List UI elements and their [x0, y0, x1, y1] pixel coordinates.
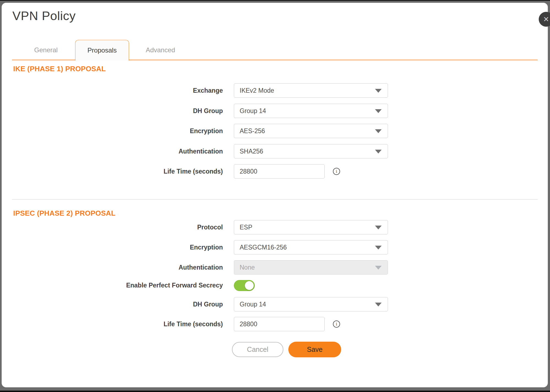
encryption-select-phase1[interactable]: AES-256 — [234, 124, 388, 138]
form-row-dh-group-p2: DH Group Group 14 — [2, 297, 420, 311]
perfect-forward-secrecy-toggle[interactable] — [234, 280, 255, 291]
info-icon[interactable]: i — [333, 168, 340, 175]
info-glyph: i — [336, 322, 337, 326]
select-value: AESGCM16-256 — [240, 244, 287, 251]
exchange-select[interactable]: IKEv2 Mode — [234, 83, 388, 98]
chevron-down-icon — [375, 246, 382, 250]
form-row-encryption-p1: Encryption AES-256 — [2, 124, 420, 138]
dh-group-select-phase1[interactable]: Group 14 — [234, 104, 388, 118]
close-icon: ✕ — [543, 16, 549, 23]
authentication-select-phase1[interactable]: SHA256 — [234, 144, 388, 158]
form-row-exchange: Exchange IKEv2 Mode — [2, 83, 420, 98]
page-title: VPN Policy — [12, 9, 76, 23]
form-row-lifetime-p1: Life Time (seconds) i — [2, 164, 420, 179]
field-label: Authentication — [2, 264, 223, 271]
form-row-authentication-p2: Authentication None — [2, 260, 420, 275]
select-value: SHA256 — [240, 148, 263, 155]
chevron-down-icon — [375, 150, 382, 153]
form-row-lifetime-p2: Life Time (seconds) i — [2, 317, 420, 331]
chevron-down-icon — [375, 266, 382, 270]
life-time-input-phase1[interactable] — [234, 164, 325, 179]
field-label: Encryption — [2, 127, 223, 135]
section-divider — [12, 199, 538, 200]
field-label: Life Time (seconds) — [2, 320, 223, 328]
cancel-button[interactable]: Cancel — [232, 342, 283, 357]
form-row-protocol: Protocol ESP — [2, 220, 420, 234]
tab-label: Proposals — [87, 46, 117, 54]
form-row-encryption-p2: Encryption AESGCM16-256 — [2, 240, 420, 254]
section-heading-ike-phase1: IKE (PHASE 1) PROPOSAL — [13, 65, 106, 73]
field-label: DH Group — [2, 301, 223, 308]
encryption-select-phase2[interactable]: AESGCM16-256 — [234, 240, 388, 254]
chevron-down-icon — [375, 89, 382, 93]
select-value: Group 14 — [240, 301, 266, 308]
info-glyph: i — [336, 169, 337, 173]
field-label: Life Time (seconds) — [2, 168, 223, 175]
field-label: Exchange — [2, 87, 223, 94]
chevron-down-icon — [375, 303, 382, 306]
tab-proposals[interactable]: Proposals — [75, 40, 129, 61]
authentication-select-phase2-disabled: None — [234, 260, 388, 275]
select-value: AES-256 — [240, 127, 265, 135]
select-value: Group 14 — [240, 107, 266, 115]
field-label: Authentication — [2, 148, 223, 155]
protocol-select[interactable]: ESP — [234, 220, 388, 234]
field-label: Protocol — [2, 224, 223, 231]
tab-label: Advanced — [146, 46, 175, 54]
field-label: DH Group — [2, 107, 223, 115]
tab-label: General — [34, 46, 58, 54]
select-value: ESP — [240, 224, 252, 231]
save-button[interactable]: Save — [288, 342, 341, 357]
info-icon[interactable]: i — [333, 320, 340, 328]
chevron-down-icon — [375, 109, 382, 113]
form-row-authentication-p1: Authentication SHA256 — [2, 144, 420, 158]
select-value: IKEv2 Mode — [240, 87, 274, 94]
tab-general[interactable]: General — [22, 40, 70, 60]
field-label: Encryption — [2, 244, 223, 251]
form-row-dh-group-p1: DH Group Group 14 — [2, 104, 420, 118]
life-time-input-phase2[interactable] — [234, 317, 325, 331]
field-label: Enable Perfect Forward Secrecy — [2, 282, 223, 289]
tab-advanced[interactable]: Advanced — [137, 40, 184, 60]
dh-group-select-phase2[interactable]: Group 14 — [234, 297, 388, 311]
chevron-down-icon — [375, 129, 382, 133]
form-row-pfs: Enable Perfect Forward Secrecy — [2, 280, 420, 291]
vpn-policy-dialog: VPN Policy ✕ General Proposals Advanced … — [2, 3, 548, 387]
close-button[interactable]: ✕ — [539, 12, 550, 27]
toggle-knob — [245, 281, 254, 290]
chevron-down-icon — [375, 226, 382, 229]
select-value: None — [240, 264, 255, 271]
section-heading-ipsec-phase2: IPSEC (PHASE 2) PROPOSAL — [13, 209, 116, 218]
